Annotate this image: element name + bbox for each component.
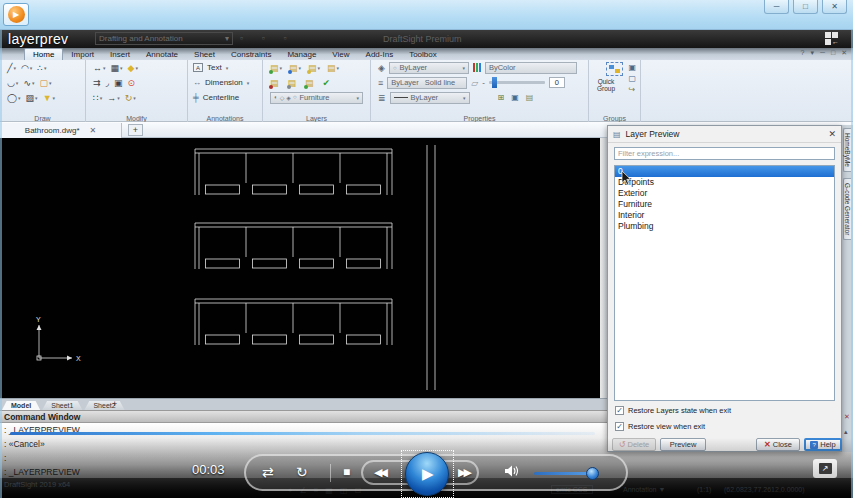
slider-knob[interactable]: [492, 77, 497, 88]
move-icon[interactable]: ↔▾: [93, 62, 106, 74]
layer-list-item[interactable]: Defpoints: [615, 177, 834, 188]
line-color-combo[interactable]: ○ ByLayer ▾: [389, 62, 469, 74]
rectangle-icon[interactable]: ▢▾: [39, 77, 51, 89]
side-tab-homebyme[interactable]: HomeByMe: [843, 128, 851, 172]
close-tab-icon[interactable]: ✕: [90, 126, 97, 135]
ribbon-tab[interactable]: Insert: [102, 49, 138, 60]
restore-mini-button[interactable]: □: [831, 49, 835, 57]
transparency-slider[interactable]: [489, 81, 545, 84]
array-icon[interactable]: ∷▾: [93, 92, 102, 104]
match-properties-icon[interactable]: ⊞: [498, 93, 505, 102]
caret-mini-icon[interactable]: ▾: [810, 49, 814, 57]
layer-check-icon[interactable]: ✔: [323, 77, 331, 89]
window-close-button[interactable]: ✕: [822, 0, 847, 14]
line-icon[interactable]: ╱▾: [7, 62, 16, 74]
hatch-icon[interactable]: ▨▾: [26, 92, 38, 104]
quick-group-icon[interactable]: [606, 62, 623, 76]
centerline-tool[interactable]: ╪ Centerline: [188, 90, 262, 105]
layer-list-item[interactable]: Plumbing: [615, 221, 834, 232]
help-button[interactable]: ? Help: [804, 438, 842, 451]
mirror-icon[interactable]: ▣: [114, 77, 123, 89]
ribbon-display-options-icon[interactable]: ←: [825, 32, 839, 46]
erase-icon[interactable]: ◆▾: [128, 62, 138, 74]
lineweight-icon[interactable]: ≡: [378, 77, 383, 89]
property-page-icon[interactable]: ▤: [526, 93, 534, 102]
stretch-icon[interactable]: ⇉: [93, 77, 101, 89]
window-minimize-button[interactable]: ─: [764, 0, 789, 14]
window-maximize-button[interactable]: □: [793, 0, 818, 14]
layer-unisolate-icon[interactable]: ▤: [305, 77, 314, 89]
circle-icon[interactable]: ◯▾: [7, 92, 21, 104]
pattern-icon[interactable]: ▦▾: [111, 62, 123, 74]
layer-isolate-icon[interactable]: ▤: [288, 77, 297, 89]
by-color-combo[interactable]: ByColor: [485, 62, 577, 74]
quick-access-toolbar[interactable]: ▫ ▫ ▫: [240, 33, 295, 43]
layer-list-item[interactable]: Exterior: [615, 188, 834, 199]
ribbon-tab[interactable]: Add-Ins: [358, 49, 402, 60]
help-mini-button[interactable]: ?: [801, 49, 805, 57]
color-bars-icon[interactable]: [473, 63, 481, 72]
spline-icon[interactable]: ∿▾: [23, 77, 34, 89]
stop-button[interactable]: ■: [343, 465, 350, 479]
sheet-tab[interactable]: Model: [2, 401, 40, 410]
layer-states-icon[interactable]: ▤▾: [327, 62, 339, 74]
arc-icon[interactable]: ◡▾: [7, 77, 18, 89]
dialog-titlebar[interactable]: ▤ Layer Preview ✕: [608, 126, 841, 143]
dimension-tool[interactable]: ↔ Dimension ▾: [188, 75, 262, 90]
layer-lock-icon[interactable]: ▤▾: [308, 62, 320, 74]
layer-list-item[interactable]: 0: [615, 166, 834, 177]
linestyle-icon[interactable]: ≣: [378, 92, 386, 104]
ribbon-tab[interactable]: Manage: [279, 49, 324, 60]
rotate-icon[interactable]: ↻▾: [125, 92, 136, 104]
layer-selector-combo[interactable]: ◐◇◈○ Furniture ▾: [270, 92, 363, 104]
quick-group-label[interactable]: Quick Group: [589, 78, 623, 92]
restore-view-checkbox[interactable]: ✓: [615, 422, 624, 431]
linetype-combo[interactable]: ByLayer ▾: [390, 92, 470, 104]
layer-list-item[interactable]: Interior: [615, 210, 834, 221]
polygon-icon[interactable]: ▼▾: [43, 92, 55, 104]
volume-icon[interactable]: [504, 464, 520, 478]
polyline-icon[interactable]: ◠▾: [21, 62, 32, 74]
lineweight-combo[interactable]: ByLayer Solid line: [387, 77, 467, 89]
rewind-button[interactable]: ◀◀: [374, 466, 385, 479]
layer-off-icon[interactable]: ▤: [270, 77, 279, 89]
ribbon-tab[interactable]: Constraints: [223, 49, 279, 60]
fast-forward-button[interactable]: ▶▶: [458, 466, 469, 479]
volume-knob[interactable]: [586, 467, 599, 480]
delete-button[interactable]: ↺ Delete: [612, 438, 656, 451]
ribbon-tab[interactable]: Import: [63, 49, 102, 60]
shuffle-icon[interactable]: ⇄: [262, 464, 274, 480]
minimize-mini-button[interactable]: ─: [820, 49, 825, 57]
close-button[interactable]: ✕ Close: [756, 438, 800, 451]
transparency-value[interactable]: 0: [549, 77, 565, 88]
ungroup-icon[interactable]: ▢: [628, 74, 636, 83]
add-sheet-button[interactable]: +: [108, 399, 121, 409]
new-tab-button[interactable]: +: [128, 124, 143, 136]
text-tool[interactable]: A Text ▾: [188, 60, 262, 75]
ribbon-tab[interactable]: Sheet: [186, 49, 223, 60]
fillet-icon[interactable]: ◞: [106, 77, 110, 89]
workspace-selector[interactable]: Drafting and Annotation ▾: [95, 32, 233, 45]
transparency-icon[interactable]: ▱: [471, 77, 478, 89]
sheet-tab[interactable]: Sheet1: [42, 401, 82, 410]
side-tab-gcode[interactable]: G-code Generator: [843, 178, 851, 240]
play-button[interactable]: ▶: [405, 452, 449, 496]
loop-icon[interactable]: ↻: [296, 464, 308, 480]
ribbon-tab[interactable]: Annotate: [138, 49, 186, 60]
close-mini-button[interactable]: ✕: [841, 49, 847, 57]
fill-color-icon[interactable]: ◈: [378, 62, 385, 74]
dialog-close-icon[interactable]: ✕: [828, 129, 836, 139]
ribbon-tab[interactable]: Toolbox: [401, 49, 445, 60]
properties-panel-icon[interactable]: ▣: [511, 93, 519, 102]
player-play-chip[interactable]: ▶: [3, 3, 29, 26]
ribbon-tab[interactable]: View: [324, 49, 357, 60]
scroll-up-icon[interactable]: ▴: [844, 428, 848, 436]
layer-list-item[interactable]: Furniture: [615, 199, 834, 210]
cmd-close-icon[interactable]: ✕: [844, 413, 850, 421]
drawing-canvas[interactable]: YX: [0, 138, 600, 398]
annotation-scale-selector[interactable]: Annotation ▼: [623, 486, 665, 493]
preview-button[interactable]: Preview: [660, 438, 706, 451]
canvas-scrollbar[interactable]: [600, 138, 607, 398]
group-manager-icon[interactable]: ↪: [628, 85, 636, 94]
document-tab[interactable]: Bathroom.dwg* ✕: [0, 123, 122, 138]
